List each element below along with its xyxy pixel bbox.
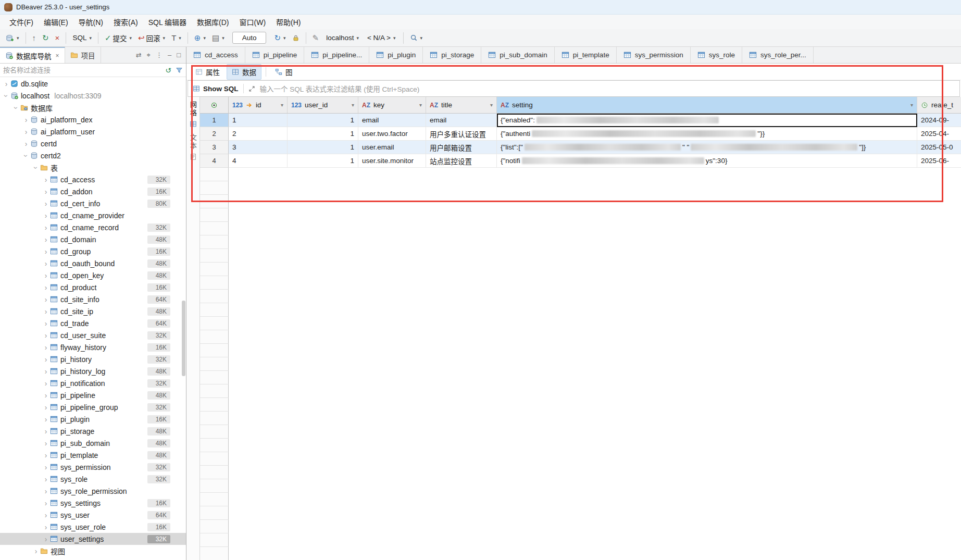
row-header-empty[interactable] — [200, 344, 229, 357]
grid-cell[interactable]: 2025-06- — [917, 154, 961, 168]
row-header-empty[interactable] — [200, 276, 229, 290]
column-filter-icon[interactable]: ▾ — [352, 102, 354, 108]
chevron-right-icon[interactable]: › — [42, 476, 50, 483]
link-with-editor-icon[interactable]: ⇄ — [136, 51, 142, 59]
column-header-reate_t[interactable]: reate_t▾ — [917, 97, 961, 113]
tree-item-pi_pipeline_group[interactable]: ›pi_pipeline_group32K — [0, 401, 186, 413]
tree-item-ai_platform_dex[interactable]: ›ai_platform_dex — [0, 114, 186, 126]
row-header-empty[interactable] — [200, 235, 229, 249]
chevron-right-icon[interactable]: › — [42, 236, 50, 243]
reconnect-button[interactable]: ↻ — [40, 32, 52, 43]
row-header-empty[interactable] — [200, 466, 229, 479]
column-filter-icon[interactable]: ▾ — [910, 102, 913, 108]
tree-item-cd_open_key[interactable]: ›cd_open_key48K — [0, 269, 186, 281]
commit-mode-combo[interactable]: Auto — [232, 32, 267, 44]
minimize-panel-icon[interactable]: – — [168, 51, 171, 59]
row-header-empty[interactable] — [200, 479, 229, 493]
view-menu-icon[interactable]: ⋮ — [156, 51, 163, 59]
row-header-empty[interactable] — [200, 398, 229, 412]
menu-item[interactable]: 导航(N) — [73, 15, 108, 29]
row-header-empty[interactable] — [200, 195, 229, 208]
grid-cell[interactable]: 2025-05-0 — [917, 141, 961, 154]
row-header-empty[interactable] — [200, 425, 229, 439]
editor-tab-pi_template[interactable]: pi_template — [555, 47, 617, 63]
chevron-right-icon[interactable]: › — [42, 248, 50, 255]
result-tab-diagram[interactable]: 图 — [270, 65, 297, 79]
grid-cell[interactable]: 1 — [288, 114, 358, 127]
row-header-empty[interactable] — [200, 371, 229, 384]
grid-cell[interactable]: email — [426, 114, 497, 127]
editor-tab-sys_permission[interactable]: sys_permission — [617, 47, 691, 63]
grid-cell-setting[interactable]: {"notifiys":30} — [497, 154, 917, 168]
row-header-empty[interactable] — [200, 384, 229, 398]
column-header-setting[interactable]: AZsetting▾ — [497, 97, 917, 113]
view-tab-grid[interactable]: 网格 — [188, 101, 198, 128]
tree-item-pi_storage[interactable]: ›pi_storage48K — [0, 425, 186, 437]
grid-cell[interactable]: user.email — [358, 141, 426, 154]
chevron-right-icon[interactable]: › — [42, 356, 50, 363]
chevron-right-icon[interactable]: › — [42, 272, 50, 279]
chevron-down-icon[interactable]: › — [13, 104, 20, 112]
chevron-right-icon[interactable]: › — [42, 500, 50, 507]
chevron-right-icon[interactable]: › — [42, 512, 50, 519]
column-filter-icon[interactable]: ▾ — [490, 102, 493, 108]
sidebar-scrollbar[interactable] — [182, 301, 185, 376]
active-connection-combo[interactable]: localhost▾ — [322, 32, 363, 43]
expand-filter-icon[interactable] — [248, 85, 255, 92]
grid-cell[interactable]: user.site.monitor — [358, 154, 426, 168]
menu-item[interactable]: 文件(F) — [4, 15, 39, 29]
row-header-empty[interactable] — [200, 520, 229, 533]
chevron-right-icon[interactable]: › — [42, 368, 50, 375]
result-tab-data[interactable]: 数据 — [227, 64, 261, 80]
editor-tab-pi_sub_domain[interactable]: pi_sub_domain — [481, 47, 555, 63]
commit-button[interactable]: ✓提交▾ — [102, 31, 134, 45]
maximize-panel-icon[interactable]: □ — [177, 51, 181, 59]
grid-cell-setting[interactable]: {"enabled": — [497, 114, 917, 127]
chevron-right-icon[interactable]: › — [22, 140, 30, 147]
tree-item-pi_template[interactable]: ›pi_template48K — [0, 449, 186, 461]
grid-cell[interactable]: 2 — [229, 127, 288, 141]
tree-item-sys_role_permission[interactable]: ›sys_role_permission — [0, 485, 186, 497]
grid-cell[interactable]: 站点监控设置 — [426, 154, 497, 168]
grid-cell-setting[interactable]: {"list":["" ""]} — [497, 141, 917, 154]
tree-item-cd_site_ip[interactable]: ›cd_site_ip48K — [0, 305, 186, 317]
menu-item[interactable]: 数据库(D) — [192, 15, 234, 29]
grid-cell[interactable]: 1 — [229, 114, 288, 127]
lock-button[interactable] — [290, 33, 302, 43]
refresh-tree-icon[interactable]: ↺ — [165, 66, 171, 74]
grid-cell[interactable]: 1 — [288, 127, 358, 141]
tree-item-sys_settings[interactable]: ›sys_settings16K — [0, 497, 186, 509]
chevron-right-icon[interactable]: › — [42, 416, 50, 423]
menu-item[interactable]: 搜索(A) — [108, 15, 143, 29]
tree-item-cd_group[interactable]: ›cd_group16K — [0, 245, 186, 257]
row-header-empty[interactable] — [200, 303, 229, 317]
tree-item-pi_pipeline[interactable]: ›pi_pipeline48K — [0, 389, 186, 401]
tree-item-sys_permission[interactable]: ›sys_permission32K — [0, 461, 186, 473]
tree-item-user_settings[interactable]: ›user_settings32K — [0, 533, 186, 545]
editor-tab-sys_role_per...[interactable]: sys_role_per... — [742, 47, 814, 63]
active-schema-combo[interactable]: < N/A >▾ — [364, 32, 400, 43]
rollback-button[interactable]: ↩回滚▾ — [135, 31, 168, 45]
chevron-right-icon[interactable]: › — [42, 188, 50, 195]
chevron-right-icon[interactable]: › — [42, 200, 50, 207]
column-header-id[interactable]: 123id▾ — [229, 97, 288, 113]
tree-item-视图[interactable]: ›视图 — [0, 545, 186, 557]
menu-item[interactable]: 帮助(H) — [271, 15, 306, 29]
network-profile-button[interactable]: ⊕▾ — [192, 32, 208, 43]
chevron-down-icon[interactable]: › — [22, 152, 30, 160]
chevron-right-icon[interactable]: › — [42, 428, 50, 435]
new-connection-button[interactable]: ▾ — [3, 32, 22, 44]
chevron-right-icon[interactable]: › — [42, 224, 50, 231]
grid-cell[interactable]: email — [358, 114, 426, 127]
row-header-empty[interactable] — [200, 357, 229, 371]
chevron-right-icon[interactable]: › — [42, 464, 50, 471]
row-header-empty[interactable] — [200, 506, 229, 520]
select-all-corner[interactable] — [200, 97, 229, 113]
row-header-empty[interactable] — [200, 208, 229, 222]
tree-item-localhost[interactable]: ›localhostlocalhost:3309 — [0, 90, 186, 102]
chevron-right-icon[interactable]: › — [42, 524, 50, 531]
row-header[interactable]: 1 — [200, 114, 229, 127]
row-header-empty[interactable] — [200, 412, 229, 425]
chevron-down-icon[interactable]: › — [3, 92, 10, 100]
chevron-right-icon[interactable]: › — [42, 284, 50, 291]
